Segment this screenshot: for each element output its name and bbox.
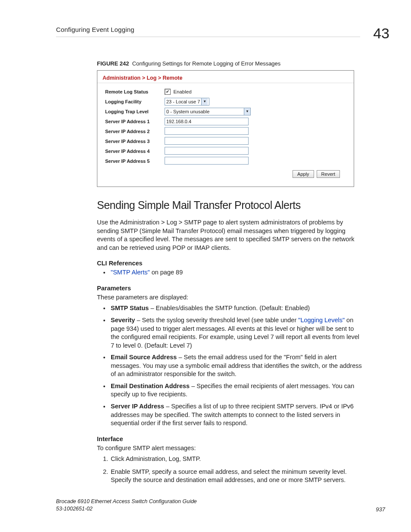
cli-references-heading: CLI References bbox=[97, 260, 364, 267]
param-term: SMTP Status bbox=[111, 305, 149, 311]
param-email-dest: Email Destination Address – Specifies th… bbox=[110, 382, 364, 399]
param-term: Server IP Address bbox=[111, 403, 164, 410]
logging-facility-label: Logging Facility bbox=[105, 99, 165, 104]
param-term: Severity bbox=[111, 317, 135, 324]
section-heading: Sending Simple Mail Transfer Protocol Al… bbox=[97, 199, 364, 212]
server-ip3-input[interactable] bbox=[165, 137, 249, 145]
param-server-ip: Server IP Address – Specifies a list of … bbox=[110, 402, 364, 428]
running-title: Configuring Event Logging bbox=[56, 26, 360, 37]
figure-label: FIGURE 242 bbox=[97, 60, 129, 67]
form-breadcrumb: Administration > Log > Remote bbox=[97, 71, 354, 83]
param-term: Email Source Address bbox=[111, 354, 177, 361]
remote-log-form: Administration > Log > Remote Remote Log… bbox=[97, 70, 354, 187]
footer-doc-info: Brocade 6910 Ethernet Access Switch Conf… bbox=[56, 498, 197, 513]
logging-trap-level-label: Logging Trap Level bbox=[105, 109, 165, 114]
remote-log-status-text: Enabled bbox=[173, 89, 191, 94]
section-intro: Use the Administration > Log > SMTP page… bbox=[97, 218, 364, 252]
chevron-down-icon: ▼ bbox=[201, 98, 208, 105]
cli-link-tail: on page 89 bbox=[150, 269, 183, 276]
server-ip4-label: Server IP Address 4 bbox=[105, 149, 165, 154]
parameters-heading: Parameters bbox=[97, 285, 364, 292]
chapter-number: 43 bbox=[373, 26, 389, 40]
server-ip2-label: Server IP Address 2 bbox=[105, 129, 165, 134]
param-term: Email Destination Address bbox=[111, 383, 190, 389]
interface-heading: Interface bbox=[97, 436, 364, 442]
logging-trap-level-value: 0 - System unusable bbox=[166, 109, 243, 114]
server-ip5-input[interactable] bbox=[165, 157, 249, 165]
footer-doc-title: Brocade 6910 Ethernet Access Switch Conf… bbox=[56, 498, 197, 505]
revert-button[interactable]: Revert bbox=[317, 170, 340, 178]
param-smtp-status: SMTP Status – Enables/disables the SMTP … bbox=[110, 304, 364, 313]
param-severity: Severity – Sets the syslog severity thre… bbox=[110, 316, 364, 350]
step-1: Click Administration, Log, SMTP. bbox=[110, 455, 364, 464]
apply-button[interactable]: Apply bbox=[293, 170, 314, 178]
server-ip4-input[interactable] bbox=[165, 147, 249, 155]
server-ip1-label: Server IP Address 1 bbox=[105, 119, 165, 124]
logging-levels-link[interactable]: "Logging Levels" bbox=[298, 317, 345, 324]
footer-page-number: 937 bbox=[376, 506, 385, 513]
parameters-intro: These parameters are displayed: bbox=[97, 293, 364, 302]
logging-facility-value: 23 - Local use 7 bbox=[166, 99, 200, 104]
param-desc-pre: – Sets the syslog severity threshold lev… bbox=[135, 317, 298, 324]
interface-intro: To configure SMTP alert messages: bbox=[97, 444, 364, 453]
server-ip5-label: Server IP Address 5 bbox=[105, 159, 165, 164]
param-desc: – Enables/disables the SMTP function. (D… bbox=[149, 305, 310, 311]
figure-caption-text: Configuring Settings for Remote Logging … bbox=[132, 60, 281, 67]
figure-caption: FIGURE 242 Configuring Settings for Remo… bbox=[97, 60, 364, 67]
logging-facility-select[interactable]: 23 - Local use 7 ▼ bbox=[165, 98, 209, 106]
server-ip2-input[interactable] bbox=[165, 127, 249, 135]
server-ip1-input[interactable]: 192.168.0.4 bbox=[165, 118, 249, 125]
footer-doc-id: 53-1002651-02 bbox=[56, 505, 197, 513]
cli-reference-item: "SMTP Alerts" on page 89 bbox=[110, 268, 364, 277]
smtp-alerts-link[interactable]: "SMTP Alerts" bbox=[111, 269, 150, 276]
logging-trap-level-select[interactable]: 0 - System unusable ▼ bbox=[165, 108, 251, 115]
chevron-down-icon: ▼ bbox=[244, 108, 250, 115]
server-ip3-label: Server IP Address 3 bbox=[105, 139, 165, 144]
remote-log-status-label: Remote Log Status bbox=[105, 89, 165, 94]
remote-log-status-checkbox[interactable]: ✔ bbox=[165, 89, 171, 95]
step-2: Enable SMTP, specify a source email addr… bbox=[110, 468, 364, 485]
param-email-source: Email Source Address – Sets the email ad… bbox=[110, 353, 364, 379]
